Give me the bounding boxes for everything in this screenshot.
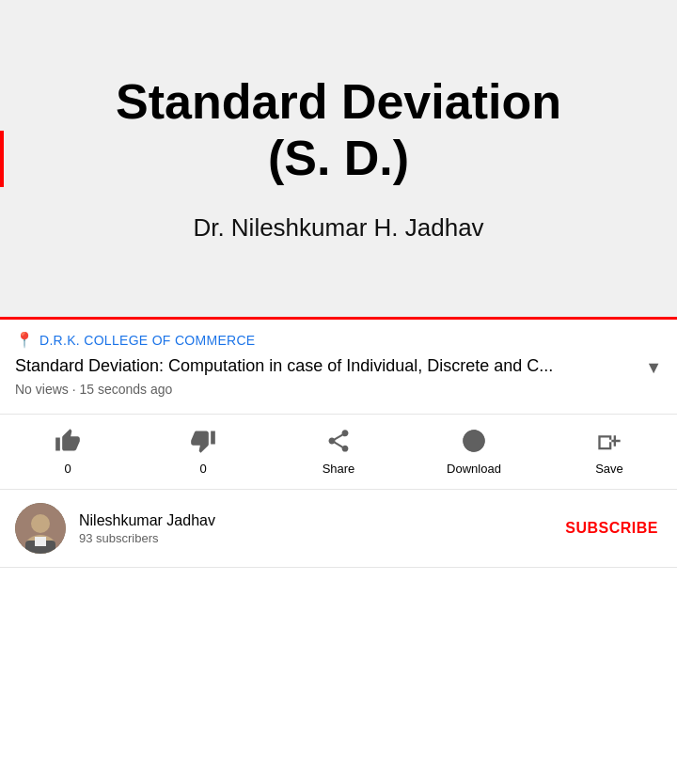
video-meta: No views · 15 seconds ago xyxy=(15,382,662,397)
chevron-down-icon[interactable]: ▼ xyxy=(645,358,662,378)
svg-point-1 xyxy=(31,514,50,533)
channel-location-text: D.R.K. COLLEGE OF COMMERCE xyxy=(39,333,256,348)
video-title[interactable]: Standard Deviation: Computation in case … xyxy=(15,354,638,378)
subscribe-button[interactable]: SUBSCRIBE xyxy=(561,512,662,544)
thumbnail-author: Dr. Nileshkumar H. Jadhav xyxy=(193,213,483,243)
share-label: Share xyxy=(323,462,355,476)
like-count: 0 xyxy=(64,462,71,476)
thumbs-up-icon xyxy=(55,428,81,458)
like-button[interactable]: 0 xyxy=(0,420,135,483)
location-icon: 📍 xyxy=(15,331,34,349)
video-info-section: 📍 D.R.K. COLLEGE OF COMMERCE Standard De… xyxy=(0,320,677,414)
avatar-image xyxy=(15,503,66,554)
save-label: Save xyxy=(595,462,623,476)
dislike-count: 0 xyxy=(199,462,206,476)
svg-rect-4 xyxy=(35,537,46,546)
action-bar: 0 0 Share Download xyxy=(0,414,677,490)
download-icon xyxy=(461,428,487,458)
share-button[interactable]: Share xyxy=(271,420,406,483)
download-button[interactable]: Download xyxy=(406,420,542,483)
red-accent-line xyxy=(0,131,4,187)
channel-section: Nileshkumar Jadhav 93 subscribers SUBSCR… xyxy=(0,490,677,568)
share-icon xyxy=(325,428,352,458)
subscriber-count: 93 subscribers xyxy=(79,531,548,545)
video-title-row: Standard Deviation: Computation in case … xyxy=(15,354,662,378)
download-label: Download xyxy=(447,462,501,476)
thumbs-down-icon xyxy=(190,428,216,458)
channel-location[interactable]: 📍 D.R.K. COLLEGE OF COMMERCE xyxy=(15,331,662,349)
channel-info: Nileshkumar Jadhav 93 subscribers xyxy=(79,512,548,545)
save-icon xyxy=(596,428,622,458)
dislike-button[interactable]: 0 xyxy=(135,420,271,483)
thumbnail-title: Standard Deviation (S. D.) xyxy=(116,74,561,187)
save-button[interactable]: Save xyxy=(542,420,677,483)
video-thumbnail: Standard Deviation (S. D.) Dr. Nileshkum… xyxy=(0,0,677,320)
avatar[interactable] xyxy=(15,503,66,554)
channel-name[interactable]: Nileshkumar Jadhav xyxy=(79,512,548,529)
